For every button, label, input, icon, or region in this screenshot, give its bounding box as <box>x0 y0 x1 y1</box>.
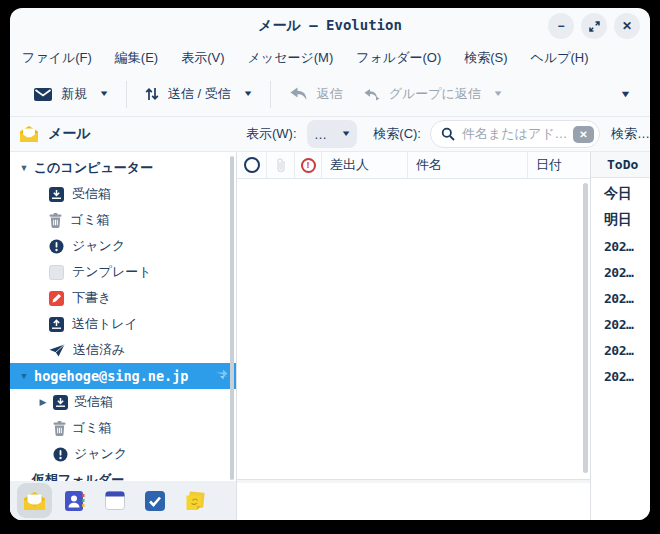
close-button[interactable]: ✕ <box>614 13 640 39</box>
view-filter-dropdown[interactable]: … ▼ <box>307 120 358 148</box>
column-attachment[interactable] <box>267 152 295 178</box>
switcher-tasks-button[interactable] <box>137 483 172 518</box>
expander-icon[interactable]: ▼ <box>18 163 30 173</box>
outbox-icon <box>49 317 64 332</box>
menu-view[interactable]: 表示(V) <box>181 49 224 67</box>
menubar: ファイル(F) 編集(E) 表示(V) メッセージ(M) フォルダー(O) 検索… <box>10 44 650 72</box>
todo-item-date[interactable]: 202… <box>591 363 650 389</box>
tree-item-label: テンプレート <box>72 263 152 281</box>
filter-bar: メール 表示(W): … ▼ 検索(C): 件名またはアド… ✕ 検索… <box>10 116 650 151</box>
column-priority[interactable]: ! <box>295 152 322 178</box>
column-from[interactable]: 差出人 <box>322 152 408 178</box>
tree-item-sent[interactable]: 送信済み <box>10 337 236 363</box>
todo-item-tomorrow[interactable]: 明日 <box>591 207 650 233</box>
send-receive-caret[interactable]: ▼ <box>242 90 253 98</box>
menu-search[interactable]: 検索(S) <box>464 49 507 67</box>
todo-item-date[interactable]: 202… <box>591 285 650 311</box>
todo-item-date[interactable]: 202… <box>591 259 650 285</box>
search-label: 検索(C): <box>373 125 421 143</box>
message-list-body[interactable] <box>237 179 590 480</box>
search-input[interactable]: 件名またはアド… ✕ <box>430 120 600 148</box>
search-icon <box>441 127 455 141</box>
drafts-icon <box>49 291 64 306</box>
tree-item-label: ジャンク <box>72 237 125 255</box>
todo-bar-title: ToDo <box>591 152 650 178</box>
tree-item-account-junk[interactable]: ジャンク <box>10 441 236 467</box>
memos-icon <box>185 491 205 511</box>
reply-button[interactable]: 返信 <box>279 77 353 111</box>
group-reply-icon <box>363 88 380 101</box>
tree-item-drafts[interactable]: 下書き <box>10 285 236 311</box>
folder-pane-header: メール <box>10 125 246 143</box>
column-date[interactable]: 日付 <box>528 152 590 178</box>
tree-item-trash[interactable]: ゴミ箱 <box>10 207 236 233</box>
tree-item-inbox[interactable]: 受信箱 <box>10 181 236 207</box>
reply-label: 返信 <box>317 85 343 103</box>
message-list-header: ! 差出人 件名 日付 <box>237 152 590 179</box>
tree-item-account-inbox[interactable]: ▶ 受信箱 <box>10 389 236 415</box>
search-scope-label[interactable]: 検索… <box>611 125 650 143</box>
new-message-label: 新規 <box>61 85 87 103</box>
send-receive-progress-icon <box>215 368 230 381</box>
junk-icon <box>53 447 68 462</box>
preview-pane[interactable] <box>237 480 590 520</box>
tree-item-outbox[interactable]: 送信トレイ <box>10 311 236 337</box>
menu-edit[interactable]: 編集(E) <box>115 49 158 67</box>
folder-sidebar: ▼ このコンピューター 受信箱 ゴミ箱 ジャンク テンプレート <box>10 152 236 520</box>
tree-item-label: 送信済み <box>73 341 125 359</box>
mail-icon <box>23 492 46 510</box>
folder-pane-title: メール <box>48 125 91 143</box>
new-dropdown-caret[interactable]: ▼ <box>98 90 109 98</box>
send-receive-button[interactable]: 送信 / 受信 ▼ <box>135 77 262 111</box>
tree-item-label: 送信トレイ <box>72 315 138 333</box>
new-message-button[interactable]: 新規 ▼ <box>24 77 118 111</box>
message-list-scrollbar[interactable] <box>583 183 588 473</box>
priority-icon: ! <box>301 158 316 173</box>
folder-tree: ▼ このコンピューター 受信箱 ゴミ箱 ジャンク テンプレート <box>10 152 236 481</box>
tree-item-account-trash[interactable]: ゴミ箱 <box>10 415 236 441</box>
menu-message[interactable]: メッセージ(M) <box>248 49 334 67</box>
evolution-window: メール — Evolution − ✕ ファイル(F) 編集(E) 表示(V) … <box>10 8 650 520</box>
expander-icon[interactable]: ▶ <box>37 397 49 407</box>
todo-item-date[interactable]: 202… <box>591 233 650 259</box>
maximize-icon <box>589 21 600 32</box>
toolbar-overflow-caret[interactable]: ▼ <box>600 90 650 99</box>
sidebar-scrollbar[interactable] <box>230 156 234 480</box>
group-reply-caret[interactable]: ▼ <box>492 90 503 98</box>
group-reply-button[interactable]: グループに返信 ▼ <box>353 77 512 111</box>
menu-help[interactable]: ヘルプ(H) <box>531 49 589 67</box>
window-controls: − ✕ <box>548 13 640 39</box>
tree-item-label: hogehoge@sing.ne.jp <box>34 368 188 384</box>
maximize-button[interactable] <box>581 13 607 39</box>
menu-file[interactable]: ファイル(F) <box>22 49 92 67</box>
switcher-mail-button[interactable] <box>17 483 52 518</box>
message-list-pane: ! 差出人 件名 日付 <box>237 152 590 520</box>
column-read-status[interactable] <box>237 152 267 178</box>
tree-item-label: ジャンク <box>74 445 127 463</box>
expander-icon[interactable]: ▼ <box>18 371 30 381</box>
tree-item-account-hogehoge[interactable]: ▼ hogehoge@sing.ne.jp <box>10 363 236 389</box>
todo-list: 今日 明日 202… 202… 202… 202… 202… 202… <box>591 178 650 389</box>
tree-item-virtual-folders[interactable]: 仮想フォルダー <box>10 467 236 481</box>
tree-item-junk[interactable]: ジャンク <box>10 233 236 259</box>
switcher-memos-button[interactable] <box>177 483 212 518</box>
todo-item-today[interactable]: 今日 <box>591 181 650 207</box>
view-label: 表示(W): <box>246 125 297 143</box>
tree-item-this-computer[interactable]: ▼ このコンピューター <box>10 155 236 181</box>
contacts-icon <box>65 491 85 511</box>
envelope-icon <box>34 88 52 101</box>
view-filter-caret: ▼ <box>340 130 351 138</box>
tree-item-label: 受信箱 <box>74 393 113 411</box>
column-subject[interactable]: 件名 <box>408 152 528 178</box>
switcher-contacts-button[interactable] <box>57 483 92 518</box>
search-clear-button[interactable]: ✕ <box>573 126 594 143</box>
template-icon <box>49 265 64 280</box>
todo-item-date[interactable]: 202… <box>591 311 650 337</box>
switcher-calendar-button[interactable] <box>97 483 132 518</box>
todo-item-date[interactable]: 202… <box>591 337 650 363</box>
send-receive-icon <box>145 87 159 101</box>
titlebar[interactable]: メール — Evolution − ✕ <box>10 8 650 44</box>
tree-item-templates[interactable]: テンプレート <box>10 259 236 285</box>
minimize-button[interactable]: − <box>548 13 574 39</box>
menu-folder[interactable]: フォルダー(O) <box>356 49 441 67</box>
